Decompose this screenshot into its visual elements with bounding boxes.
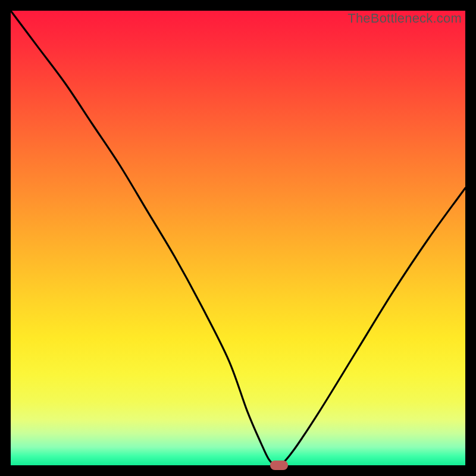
chart-frame: TheBottleneck.com xyxy=(0,0,476,476)
bottleneck-curve xyxy=(11,11,465,465)
plot-area: TheBottleneck.com xyxy=(11,11,465,465)
optimal-point-marker xyxy=(270,461,288,470)
